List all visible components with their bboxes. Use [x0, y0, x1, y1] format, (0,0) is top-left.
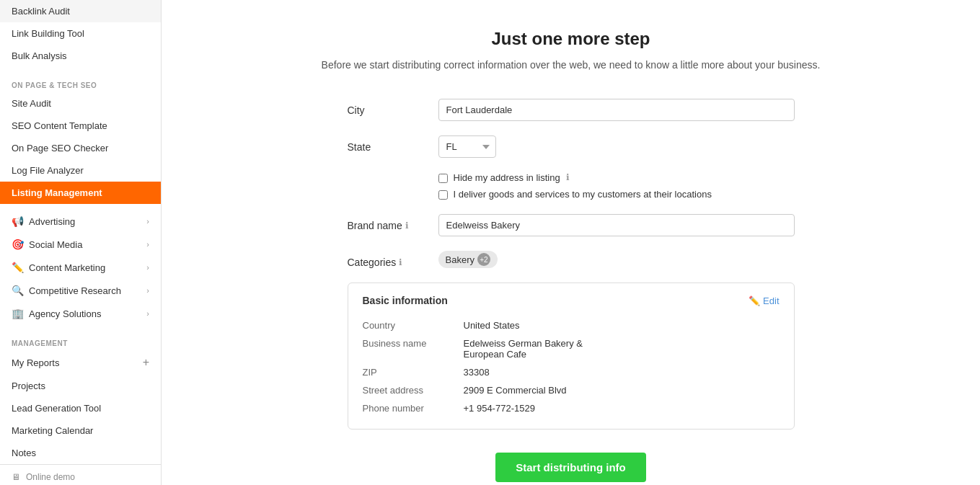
- chevron-content-icon: ›: [146, 263, 149, 272]
- sidebar-item-advertising[interactable]: 📢 Advertising ›: [0, 210, 161, 233]
- category-count: +2: [477, 253, 490, 266]
- sidebar-item-lead-generation-tool[interactable]: Lead Generation Tool: [0, 397, 161, 419]
- basic-info-row: Phone number+1 954-772-1529: [363, 399, 780, 417]
- basic-info-field-label: Phone number: [363, 399, 464, 417]
- categories-info-icon[interactable]: ℹ: [399, 257, 402, 267]
- sidebar-item-social-media[interactable]: 🎯 Social Media ›: [0, 233, 161, 256]
- online-demo-footer[interactable]: 🖥 Online demo: [0, 464, 161, 485]
- basic-info-table: CountryUnited StatesBusiness nameEdelwei…: [363, 316, 780, 417]
- city-row: City: [348, 99, 795, 121]
- sidebar-item-marketing-calendar[interactable]: Marketing Calendar: [0, 419, 161, 442]
- basic-info-row: ZIP33308: [363, 363, 780, 381]
- basic-info-field-label: Street address: [363, 381, 464, 399]
- basic-info-row: Street address2909 E Commercial Blvd: [363, 381, 780, 399]
- state-row: State FL ALAKAZAR CACOCTDE GAHIIDIL INIA…: [348, 135, 795, 158]
- deliver-services-row: I deliver goods and services to my custo…: [438, 189, 795, 200]
- demo-icon: 🖥: [12, 472, 20, 482]
- sidebar-item-agency-solutions[interactable]: 🏢 Agency Solutions ›: [0, 302, 161, 325]
- sidebar-item-on-page-seo-checker[interactable]: On Page SEO Checker: [0, 137, 161, 159]
- basic-info-field-value: +1 954-772-1529: [464, 399, 780, 417]
- hide-address-row: Hide my address in listing ℹ: [438, 172, 795, 183]
- chevron-advertising-icon: ›: [146, 217, 149, 226]
- basic-info-field-value: Edelweiss German Bakery & European Cafe: [464, 334, 780, 363]
- content-marketing-icon: ✏️: [12, 262, 23, 273]
- competitive-research-icon: 🔍: [12, 285, 23, 296]
- chevron-competitive-icon: ›: [146, 286, 149, 295]
- section-label-on-page: ON PAGE & TECH SEO: [0, 73, 161, 92]
- basic-info-header: Basic information ✏️ Edit: [363, 295, 780, 306]
- basic-info-card: Basic information ✏️ Edit CountryUnited …: [348, 282, 795, 430]
- sidebar: Backlink Audit Link Building Tool Bulk A…: [0, 0, 162, 485]
- basic-info-field-label: Country: [363, 316, 464, 334]
- sidebar-item-site-audit[interactable]: Site Audit: [0, 92, 161, 115]
- category-badge[interactable]: Bakery +2: [438, 251, 498, 268]
- sidebar-item-backlink-audit[interactable]: Backlink Audit: [0, 0, 161, 22]
- categories-row: Categories ℹ Bakery +2: [348, 251, 795, 268]
- deliver-services-checkbox[interactable]: [438, 190, 448, 200]
- sidebar-item-competitive-research[interactable]: 🔍 Competitive Research ›: [0, 279, 161, 302]
- sidebar-item-bulk-analysis[interactable]: Bulk Analysis: [0, 45, 161, 67]
- sidebar-item-log-file-analyzer[interactable]: Log File Analyzer: [0, 159, 161, 182]
- basic-info-field-value: 33308: [464, 363, 780, 381]
- basic-info-row: CountryUnited States: [363, 316, 780, 334]
- social-media-icon: 🎯: [12, 239, 23, 250]
- edit-link[interactable]: ✏️ Edit: [749, 295, 779, 306]
- basic-info-field-value: United States: [464, 316, 780, 334]
- cta-wrapper: Start distributing info: [205, 453, 937, 482]
- hide-address-label: Hide my address in listing: [454, 172, 560, 183]
- hide-address-info-icon[interactable]: ℹ: [566, 172, 570, 182]
- sidebar-item-notes[interactable]: Notes: [0, 442, 161, 464]
- main-content: Just one more step Before we start distr…: [162, 0, 980, 485]
- sidebar-item-projects[interactable]: Projects: [0, 375, 161, 397]
- edit-pencil-icon: ✏️: [749, 295, 760, 306]
- sidebar-item-content-marketing[interactable]: ✏️ Content Marketing ›: [0, 256, 161, 279]
- sidebar-item-seo-content-template[interactable]: SEO Content Template: [0, 115, 161, 137]
- add-report-icon[interactable]: +: [143, 356, 149, 369]
- page-subtitle: Before we start distributing correct inf…: [205, 58, 937, 73]
- city-label: City: [348, 99, 427, 116]
- city-input[interactable]: [438, 99, 795, 121]
- basic-info-field-label: ZIP: [363, 363, 464, 381]
- brand-name-info-icon[interactable]: ℹ: [405, 221, 409, 231]
- sidebar-item-link-building-tool[interactable]: Link Building Tool: [0, 22, 161, 45]
- chevron-agency-icon: ›: [146, 309, 149, 318]
- basic-info-field-label: Business name: [363, 334, 464, 363]
- basic-info-row: Business nameEdelweiss German Bakery & E…: [363, 334, 780, 363]
- brand-name-row: Brand name ℹ: [348, 214, 795, 236]
- sidebar-item-my-reports[interactable]: My Reports +: [0, 350, 161, 375]
- deliver-services-label: I deliver goods and services to my custo…: [454, 189, 712, 200]
- basic-info-field-value: 2909 E Commercial Blvd: [464, 381, 780, 399]
- chevron-social-icon: ›: [146, 240, 149, 249]
- hide-address-checkbox[interactable]: [438, 174, 448, 183]
- advertising-icon: 📢: [12, 215, 23, 227]
- page-title: Just one more step: [205, 29, 937, 49]
- categories-value[interactable]: Bakery +2: [438, 251, 498, 268]
- section-label-management: MANAGEMENT: [0, 331, 161, 350]
- basic-info-title: Basic information: [363, 295, 448, 306]
- checkbox-group: Hide my address in listing ℹ I deliver g…: [438, 172, 795, 200]
- sidebar-item-listing-management[interactable]: Listing Management: [0, 182, 161, 204]
- categories-label: Categories ℹ: [348, 251, 427, 268]
- agency-solutions-icon: 🏢: [12, 308, 23, 319]
- brand-name-label: Brand name ℹ: [348, 214, 427, 231]
- brand-name-input[interactable]: [438, 214, 795, 236]
- form-section: City State FL ALAKAZAR CACOCTDE GAHIIDIL…: [348, 99, 795, 268]
- start-distributing-button[interactable]: Start distributing info: [495, 453, 645, 482]
- state-select[interactable]: FL ALAKAZAR CACOCTDE GAHIIDIL INIAKSKY L…: [438, 135, 496, 158]
- state-label: State: [348, 135, 427, 153]
